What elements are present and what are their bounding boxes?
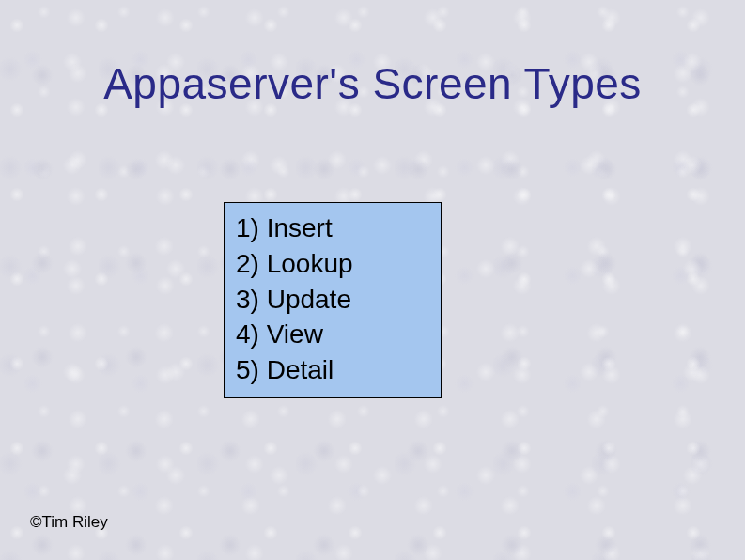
list-item: 3) Update	[236, 282, 429, 318]
slide: Appaserver's Screen Types 1) Insert 2) L…	[0, 0, 745, 560]
copyright-text: ©Tim Riley	[30, 513, 108, 532]
list-item: 5) Detail	[236, 352, 429, 388]
list-item: 1) Insert	[236, 210, 429, 246]
slide-title: Appaserver's Screen Types	[0, 58, 745, 109]
screen-types-box: 1) Insert 2) Lookup 3) Update 4) View 5)…	[224, 202, 442, 398]
list-item: 4) View	[236, 317, 429, 352]
list-item: 2) Lookup	[236, 246, 429, 282]
